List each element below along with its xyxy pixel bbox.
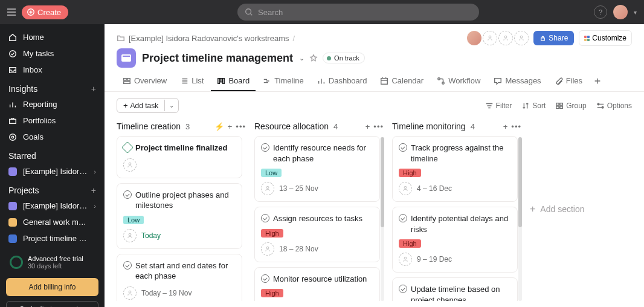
task-card[interactable]: Outline project phases and milestonesLow… [117, 183, 242, 249]
tab-list[interactable]: List [174, 71, 210, 91]
complete-checkbox[interactable] [399, 143, 407, 152]
member-placeholder-icon[interactable] [483, 31, 497, 45]
nav-goals[interactable]: Goals [0, 129, 105, 145]
task-date: Today [141, 231, 161, 240]
column-name[interactable]: Resource allocation [254, 121, 329, 131]
tab-messages[interactable]: Messages [488, 71, 547, 91]
assignee-placeholder-icon[interactable] [261, 242, 274, 256]
task-card[interactable]: Monitor resource utilizationHigh25 Nov –… [254, 267, 380, 301]
assignee-placeholder-icon[interactable] [123, 229, 137, 242]
column-more-icon[interactable]: ••• [511, 122, 521, 131]
member-avatar[interactable] [467, 31, 481, 45]
tab-overview[interactable]: Overview [117, 71, 173, 91]
user-avatar[interactable] [613, 5, 628, 19]
assignee-placeholder-icon[interactable] [123, 158, 137, 172]
starred-header[interactable]: Starred [0, 145, 105, 163]
column-add-icon[interactable]: + [503, 122, 508, 131]
scrollbar[interactable] [518, 137, 522, 301]
complete-checkbox[interactable] [261, 274, 269, 283]
tab-files[interactable]: Files [549, 71, 588, 91]
column-add-icon[interactable]: + [228, 122, 233, 131]
add-billing-button[interactable]: Add billing info [6, 278, 98, 296]
tab-workflow[interactable]: Workflow [431, 71, 486, 91]
member-placeholder-icon[interactable] [498, 31, 513, 45]
task-card[interactable]: Update timeline based on project changes… [392, 277, 518, 301]
column-more-icon[interactable]: ••• [236, 122, 246, 131]
svg-point-7 [489, 36, 491, 38]
tab-board[interactable]: Board [211, 71, 256, 91]
priority-pill: High [399, 239, 421, 248]
complete-checkbox[interactable] [261, 143, 269, 152]
complete-checkbox[interactable] [399, 214, 407, 222]
nav-reporting[interactable]: Reporting [0, 96, 105, 112]
projects-header[interactable]: Projects+ [0, 179, 105, 198]
insights-add-icon[interactable]: + [91, 84, 96, 94]
filter-button[interactable]: Filter [485, 102, 512, 110]
task-card[interactable]: Project timeline finalized [117, 136, 242, 178]
customize-button[interactable]: Customize [579, 30, 632, 46]
trial-box: Advanced free trial30 days left [6, 251, 98, 273]
scrollbar[interactable] [381, 137, 384, 301]
nav-my-tasks[interactable]: My tasks [0, 45, 105, 62]
project-item[interactable]: Project timeline manage… [0, 230, 105, 247]
svg-point-8 [504, 36, 507, 38]
tab-add[interactable] [590, 71, 605, 91]
column-body: Identify resource needs for each phaseLo… [254, 136, 384, 301]
milestone-icon[interactable] [121, 141, 134, 154]
member-placeholder-icon[interactable] [514, 31, 529, 45]
tab-timeline[interactable]: Timeline [257, 71, 310, 91]
sort-button[interactable]: Sort [521, 102, 546, 110]
nav-home[interactable]: Home [0, 29, 105, 45]
member-avatars[interactable] [467, 31, 529, 45]
assignee-placeholder-icon[interactable] [261, 182, 274, 195]
group-button[interactable]: Group [555, 102, 586, 110]
search-input[interactable]: Search [237, 4, 479, 21]
invite-button[interactable]: Invite teammates [6, 301, 98, 307]
options-button[interactable]: Options [596, 102, 632, 110]
add-task-dropdown[interactable]: ⌄ [164, 100, 178, 111]
priority-pill: High [399, 169, 421, 177]
nav-inbox[interactable]: Inbox [0, 62, 105, 78]
project-item[interactable]: General work manageme… [0, 214, 105, 230]
task-card[interactable]: Set start and end dates for each phaseTo… [117, 254, 242, 301]
complete-checkbox[interactable] [261, 214, 269, 222]
column-add-icon[interactable]: + [365, 122, 370, 131]
tab-dashboard[interactable]: Dashboard [311, 71, 373, 91]
add-task-button[interactable]: +Add task [117, 99, 164, 112]
title-dropdown-icon[interactable]: ⌄ [299, 54, 304, 62]
page-title: Project timeline management [142, 52, 293, 65]
bolt-icon[interactable]: ⚡ [214, 122, 224, 131]
column-name[interactable]: Timeline creation [117, 121, 181, 131]
breadcrumb[interactable]: [Example] Isidora Radovanovic's workstre… [129, 34, 289, 43]
complete-checkbox[interactable] [123, 261, 132, 270]
nav-portfolios[interactable]: Portfolios [0, 112, 105, 129]
projects-add-icon[interactable]: + [91, 186, 96, 195]
help-icon[interactable]: ? [594, 5, 607, 19]
complete-checkbox[interactable] [123, 190, 132, 199]
share-button[interactable]: Share [533, 31, 574, 45]
assignee-placeholder-icon[interactable] [123, 286, 137, 300]
tab-calendar[interactable]: Calendar [374, 71, 430, 91]
svg-rect-16 [223, 78, 225, 83]
status-pill[interactable]: On track [323, 53, 365, 63]
column-more-icon[interactable]: ••• [373, 122, 384, 131]
task-card[interactable]: Assign resources to tasksHigh18 – 28 Nov [254, 207, 380, 262]
priority-pill: High [261, 229, 283, 238]
add-section-button[interactable]: +Add section [530, 119, 585, 301]
assignee-placeholder-icon[interactable] [399, 253, 412, 266]
menu-icon[interactable] [7, 8, 16, 16]
user-menu-chevron-icon[interactable]: ▾ [634, 9, 637, 16]
project-item[interactable]: [Example] Isidora Ra…› [0, 198, 105, 214]
task-card[interactable]: Identify resource needs for each phaseLo… [254, 136, 380, 202]
star-icon[interactable] [309, 54, 318, 62]
assignee-placeholder-icon[interactable] [399, 182, 412, 195]
task-card[interactable]: Track progress against the timelineHigh4… [392, 136, 518, 202]
starred-item[interactable]: [Example] Isidora Ra… › [0, 163, 105, 179]
search-placeholder: Search [258, 8, 283, 17]
create-button[interactable]: Create [22, 5, 68, 19]
column-name[interactable]: Timeline monitoring [392, 121, 466, 131]
insights-header[interactable]: Insights+ [0, 78, 105, 96]
column-header: Timeline creation3⚡+••• [117, 119, 246, 136]
complete-checkbox[interactable] [399, 285, 407, 293]
task-card[interactable]: Identify potential delays and risksHigh9… [392, 207, 518, 273]
